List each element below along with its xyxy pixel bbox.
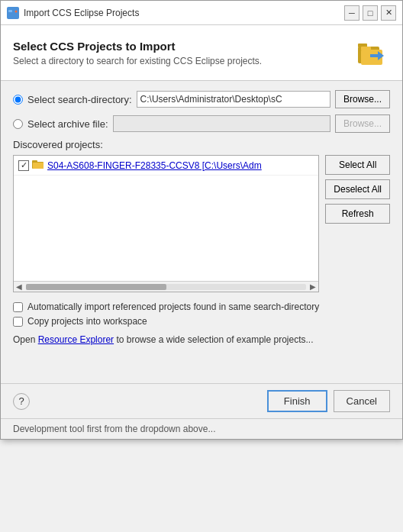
project-checkbox[interactable]: [18, 160, 29, 171]
page-subtitle: Select a directory to search for existin…: [13, 56, 262, 66]
link-prefix: Open: [13, 334, 38, 345]
scrollbar-track: [26, 284, 306, 290]
projects-buttons: Select All Deselect All Refresh: [325, 155, 390, 292]
copy-projects-checkbox[interactable]: [13, 317, 23, 327]
archive-file-radio[interactable]: [13, 119, 23, 129]
bottom-bar: ? Finish Cancel: [1, 383, 402, 418]
svg-point-2: [15, 10, 18, 12]
window-controls: ─ □ ✕: [344, 5, 396, 21]
main-window: Import CCS Eclipse Projects ─ □ ✕ Select…: [0, 0, 403, 440]
archive-file-label: Select archive file:: [27, 118, 108, 130]
page-title: Select CCS Projects to Import: [13, 40, 262, 53]
finish-button[interactable]: Finish: [267, 390, 327, 412]
resource-explorer-link[interactable]: Resource Explorer: [38, 334, 114, 345]
copy-projects-label: Copy projects into workspace: [27, 316, 147, 327]
title-bar: Import CCS Eclipse Projects ─ □ ✕: [1, 1, 402, 25]
content-area: Select search-directory: C:\Users\Admini…: [1, 81, 402, 360]
projects-area: S04-AS608-FINGER-F28335-CCSV8 [C:\Users\…: [13, 155, 390, 292]
cutoff-bar: Development tool first from the dropdown…: [1, 418, 402, 439]
archive-file-row: Select archive file: Browse...: [13, 114, 390, 133]
header-icon: [353, 34, 390, 71]
svg-rect-11: [33, 163, 44, 169]
copy-projects-row: Copy projects into workspace: [13, 316, 390, 327]
cutoff-text: Development tool first from the dropdown…: [13, 424, 215, 434]
import-icon: [355, 36, 388, 69]
search-directory-row: Select search-directory: C:\Users\Admini…: [13, 90, 390, 108]
header-panel: Select CCS Projects to Import Select a d…: [1, 25, 402, 81]
projects-list-container: S04-AS608-FINGER-F28335-CCSV8 [C:\Users\…: [13, 155, 319, 292]
help-button[interactable]: ?: [13, 393, 30, 410]
table-row[interactable]: S04-AS608-FINGER-F28335-CCSV8 [C:\Users\…: [14, 156, 318, 176]
svg-rect-1: [8, 10, 12, 12]
spacer: [1, 360, 402, 383]
horizontal-scrollbar[interactable]: ◀ ▶: [14, 281, 318, 292]
auto-import-label: Automatically import referenced projects…: [27, 301, 319, 312]
resource-explorer-row: Open Resource Explorer to browse a wide …: [13, 334, 390, 345]
search-directory-radio[interactable]: [13, 95, 23, 105]
browse-directory-button[interactable]: Browse...: [335, 90, 390, 108]
search-directory-input[interactable]: C:\Users\Administrator\Desktop\sC: [137, 91, 330, 108]
link-suffix: to browse a wide selection of example pr…: [114, 334, 313, 345]
project-name: S04-AS608-FINGER-F28335-CCSV8 [C:\Users\…: [47, 160, 262, 171]
projects-list: S04-AS608-FINGER-F28335-CCSV8 [C:\Users\…: [14, 156, 318, 281]
auto-import-checkbox[interactable]: [13, 302, 23, 312]
discovered-label: Discovered projects:: [13, 139, 390, 150]
deselect-all-button[interactable]: Deselect All: [325, 179, 390, 199]
auto-import-row: Automatically import referenced projects…: [13, 301, 390, 312]
footer-buttons: Finish Cancel: [267, 390, 390, 412]
archive-file-input[interactable]: [113, 115, 330, 132]
restore-button[interactable]: □: [363, 5, 378, 21]
window-icon: [7, 7, 19, 19]
svg-rect-8: [370, 54, 378, 57]
window-title: Import CCS Eclipse Projects: [24, 8, 344, 18]
scrollbar-thumb: [26, 284, 166, 290]
browse-archive-button[interactable]: Browse...: [335, 114, 390, 133]
header-text: Select CCS Projects to Import Select a d…: [13, 40, 262, 66]
folder-icon: [32, 159, 44, 172]
select-all-button[interactable]: Select All: [325, 155, 390, 175]
minimize-button[interactable]: ─: [344, 5, 359, 21]
cancel-button[interactable]: Cancel: [334, 390, 390, 412]
options-section: Automatically import referenced projects…: [13, 301, 390, 327]
close-button[interactable]: ✕: [381, 5, 396, 21]
refresh-button[interactable]: Refresh: [325, 204, 390, 224]
search-directory-label: Select search-directory:: [27, 94, 132, 105]
svg-rect-6: [361, 47, 371, 50]
